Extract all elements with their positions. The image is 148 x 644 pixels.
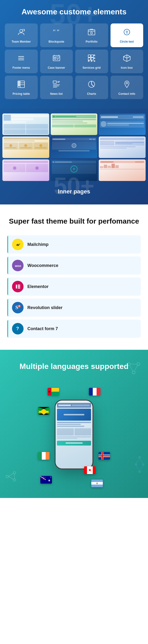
svg-text:R: R — [19, 305, 20, 308]
elementor-icon-wrap — [12, 281, 24, 292]
performance-heading: Super fast theme built for perfomance — [7, 216, 141, 226]
case-banner-icon — [52, 54, 61, 64]
page-thumb-3[interactable] — [99, 114, 145, 135]
languages-section: Multiple languages supported — [0, 350, 148, 498]
pricing-table-icon — [17, 80, 26, 90]
icon-box-icon — [122, 54, 131, 64]
card-news-list[interactable]: News list — [40, 76, 73, 99]
card-case-banner-label: Case banner — [48, 66, 65, 70]
svg-marker-78 — [88, 468, 91, 472]
svg-rect-21 — [91, 58, 94, 60]
revolution-icon-wrap: S R — [12, 302, 24, 314]
svg-point-73 — [138, 470, 141, 473]
woocommerce-label: Woocommerce — [27, 263, 58, 268]
card-pricing-table-label: Pricing table — [13, 92, 30, 96]
card-charts[interactable]: Charts — [75, 76, 108, 99]
perf-item-revolution[interactable]: S R Revolution slider — [7, 298, 141, 317]
card-portfolio-label: Portfolio — [86, 40, 98, 44]
cf7-icon-wrap: ? — [12, 323, 24, 334]
card-services-grid[interactable]: Services grid — [75, 50, 108, 73]
blockquote-icon: " " — [52, 28, 61, 38]
circle-text-icon: T — [122, 28, 131, 38]
svg-rect-15 — [54, 58, 56, 59]
mailchimp-label: Mailchimp — [27, 242, 48, 247]
svg-rect-22 — [94, 55, 95, 56]
svg-rect-50 — [18, 286, 20, 287]
card-icon-box[interactable]: Icon box — [111, 50, 143, 73]
card-contact-info-label: Contact info — [118, 92, 135, 96]
svg-point-33 — [19, 85, 20, 86]
svg-point-71 — [135, 463, 137, 466]
svg-point-44 — [18, 244, 19, 245]
contact-info-icon — [122, 80, 131, 90]
svg-rect-48 — [16, 285, 17, 288]
inner-pages-grid — [3, 114, 145, 181]
svg-point-60 — [132, 371, 135, 374]
perf-item-woocommerce[interactable]: woo Woocommerce — [7, 256, 141, 274]
news-list-icon — [52, 80, 61, 90]
svg-text:?: ? — [16, 326, 19, 331]
page-thumb-5[interactable] — [51, 136, 98, 158]
inner-pages-overlay: 50+ Inner pages — [3, 186, 145, 195]
svg-rect-23 — [94, 58, 95, 59]
perf-item-elementor[interactable]: Elementor — [7, 278, 141, 296]
woo-icon-wrap: woo — [12, 260, 24, 271]
perf-item-cf7[interactable]: ? Contact form 7 — [7, 320, 141, 338]
phone-mockup — [55, 400, 93, 469]
svg-rect-34 — [53, 81, 56, 83]
card-blockquote-label: Blockquote — [48, 40, 64, 44]
card-contact-info[interactable]: Contact info — [111, 76, 143, 99]
svg-rect-24 — [88, 60, 89, 62]
elementor-label: Elementor — [27, 284, 48, 289]
card-team-member[interactable]: Team Member — [5, 24, 38, 47]
svg-marker-79 — [48, 479, 50, 482]
page-thumb-6[interactable] — [99, 136, 145, 158]
card-pricing-table[interactable]: Pricing table — [5, 76, 38, 99]
page-thumb-9[interactable] — [99, 160, 145, 181]
card-circle-text[interactable]: T Circle text — [111, 24, 143, 47]
svg-text:": " — [57, 28, 59, 36]
svg-rect-26 — [94, 60, 95, 62]
svg-line-77 — [139, 466, 143, 470]
card-case-banner[interactable]: Case banner — [40, 50, 73, 73]
svg-rect-25 — [91, 60, 92, 62]
page-thumb-1[interactable] — [3, 114, 49, 135]
elements-section: Awesome custome elements Team Member " " — [0, 0, 148, 109]
svg-text:": " — [53, 28, 55, 36]
performance-section: Super fast theme built for perfomance Ma… — [0, 204, 148, 350]
phone-screen — [55, 400, 93, 468]
flag-ireland — [38, 452, 49, 460]
page-thumb-4[interactable] — [3, 136, 49, 158]
card-footer-menu[interactable]: Footer menu — [5, 50, 38, 73]
svg-point-43 — [17, 244, 18, 245]
svg-rect-49 — [18, 285, 20, 286]
cf7-label: Contact form 7 — [27, 326, 58, 331]
team-member-icon — [17, 28, 26, 38]
flag-canada — [84, 466, 96, 474]
inner-pages-section: 50+ Inner pages — [0, 109, 148, 204]
svg-point-32 — [19, 83, 20, 84]
card-portfolio[interactable]: Portfolio — [75, 24, 108, 47]
svg-line-75 — [139, 458, 143, 463]
svg-point-5 — [91, 32, 93, 34]
card-team-member-label: Team Member — [12, 40, 31, 44]
svg-rect-18 — [88, 55, 91, 57]
elements-heading: Awesome custome elements — [5, 7, 143, 16]
perf-item-mailchimp[interactable]: Mailchimp — [7, 235, 141, 254]
svg-point-65 — [13, 472, 16, 474]
card-blockquote[interactable]: " " Blockquote — [40, 24, 73, 47]
svg-rect-51 — [18, 288, 20, 288]
svg-line-76 — [136, 466, 139, 470]
page-thumb-2[interactable] — [51, 114, 98, 135]
flag-argentina — [91, 480, 103, 487]
mailchimp-icon-wrap — [12, 239, 24, 250]
svg-point-80 — [96, 483, 98, 484]
card-icon-box-label: Icon box — [121, 66, 133, 70]
svg-text:woo: woo — [15, 264, 21, 268]
page-thumb-7[interactable] — [3, 160, 49, 181]
inner-pages-heading: Inner pages — [3, 188, 145, 195]
svg-point-41 — [126, 82, 128, 84]
portfolio-icon — [87, 28, 96, 38]
flag-guinea-bissau: ★ — [48, 388, 59, 396]
performance-list: Mailchimp woo Woocommerce — [7, 235, 141, 338]
